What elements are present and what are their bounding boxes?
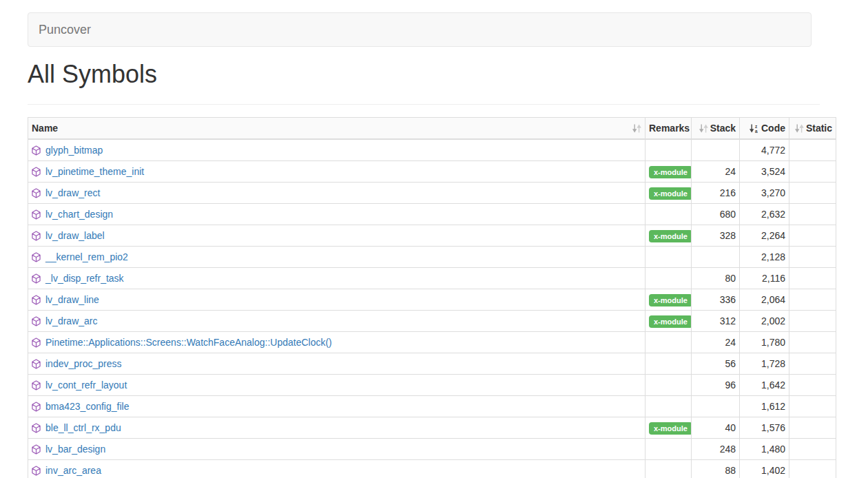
remarks-cell — [645, 247, 692, 268]
column-header-remarks-label: Remarks — [649, 123, 690, 134]
table-row: lv_draw_rect x-module 216 3,270 — [28, 183, 836, 204]
stack-cell: 40 — [692, 417, 740, 439]
name-cell: lv_cont_refr_layout — [28, 375, 645, 396]
navbar-brand[interactable]: Puncover — [28, 12, 101, 47]
symbol-link[interactable]: __kernel_rem_pio2 — [45, 251, 128, 262]
symbol-link[interactable]: lv_cont_refr_layout — [45, 380, 127, 391]
column-header-static[interactable]: Static — [789, 118, 836, 140]
code-cell: 3,270 — [740, 183, 789, 204]
symbol-link[interactable]: Pinetime::Applications::Screens::WatchFa… — [45, 337, 332, 348]
name-cell: glyph_bitmap — [28, 139, 645, 161]
cube-icon — [32, 337, 45, 348]
table-row: indev_proc_press 56 1,728 — [28, 353, 836, 375]
static-cell — [789, 460, 836, 478]
stack-cell: 56 — [692, 353, 740, 375]
table-row: lv_draw_line x-module 336 2,064 — [28, 289, 836, 311]
symbol-link[interactable]: lv_draw_label — [45, 230, 105, 241]
code-cell: 1,780 — [740, 332, 789, 353]
name-cell: lv_draw_arc — [28, 311, 645, 332]
static-cell — [789, 183, 836, 204]
name-cell: lv_chart_design — [28, 204, 645, 225]
remarks-cell: x-module — [645, 161, 692, 183]
x-module-badge: x-module — [649, 166, 692, 178]
cube-icon — [32, 251, 45, 262]
name-cell: Pinetime::Applications::Screens::WatchFa… — [28, 332, 645, 353]
column-header-remarks[interactable]: Remarks — [645, 118, 692, 140]
symbol-link[interactable]: bma423_config_file — [45, 401, 129, 412]
sort-unsorted-icon — [699, 124, 708, 133]
table-header: Name Remarks Stack — [28, 118, 836, 140]
symbol-link[interactable]: indev_proc_press — [45, 358, 122, 369]
sort-unsorted-icon — [795, 124, 804, 133]
code-cell: 2,632 — [740, 204, 789, 225]
remarks-cell — [645, 439, 692, 460]
table-row: glyph_bitmap 4,772 — [28, 139, 836, 161]
symbols-table: Name Remarks Stack — [28, 117, 836, 478]
code-cell: 2,128 — [740, 247, 789, 268]
cube-icon — [32, 294, 45, 305]
stack-cell: 248 — [692, 439, 740, 460]
svg-text:a: a — [755, 129, 758, 134]
static-cell — [789, 353, 836, 375]
cube-icon — [32, 465, 45, 476]
code-cell: 1,728 — [740, 353, 789, 375]
remarks-cell — [645, 268, 692, 289]
code-cell: 2,264 — [740, 225, 789, 247]
cube-icon — [32, 358, 45, 369]
static-cell — [789, 289, 836, 311]
cube-icon — [32, 422, 45, 433]
stack-cell: 216 — [692, 183, 740, 204]
name-cell: inv_arc_area — [28, 460, 645, 478]
page-container: Puncover All Symbols Name R — [0, 12, 868, 478]
cube-icon — [32, 166, 45, 177]
cube-icon — [32, 315, 45, 326]
name-cell: _lv_disp_refr_task — [28, 268, 645, 289]
cube-icon — [32, 145, 45, 156]
symbol-link[interactable]: lv_draw_rect — [45, 187, 100, 198]
code-cell: 2,002 — [740, 311, 789, 332]
table-row: lv_pinetime_theme_init x-module 24 3,524 — [28, 161, 836, 183]
static-cell — [789, 311, 836, 332]
symbol-link[interactable]: glyph_bitmap — [45, 145, 103, 156]
remarks-cell — [645, 375, 692, 396]
code-cell: 1,612 — [740, 396, 789, 417]
table-row: lv_cont_refr_layout 96 1,642 — [28, 375, 836, 396]
table-row: lv_draw_label x-module 328 2,264 — [28, 225, 836, 247]
static-cell — [789, 396, 836, 417]
symbol-link[interactable]: lv_bar_design — [45, 444, 105, 455]
code-cell: 3,524 — [740, 161, 789, 183]
name-cell: lv_bar_design — [28, 439, 645, 460]
symbol-link[interactable]: _lv_disp_refr_task — [45, 273, 124, 284]
column-header-stack[interactable]: Stack — [692, 118, 740, 140]
symbol-link[interactable]: lv_chart_design — [45, 209, 113, 220]
table-row: lv_chart_design 680 2,632 — [28, 204, 836, 225]
column-header-name[interactable]: Name — [28, 118, 645, 140]
stack-cell: 24 — [692, 332, 740, 353]
symbol-link[interactable]: ble_ll_ctrl_rx_pdu — [45, 422, 121, 433]
x-module-badge: x-module — [649, 422, 692, 435]
column-header-stack-label: Stack — [710, 123, 736, 134]
static-cell — [789, 268, 836, 289]
symbol-link[interactable]: inv_arc_area — [45, 465, 101, 476]
code-cell: 2,116 — [740, 268, 789, 289]
stack-cell: 88 — [692, 460, 740, 478]
table-row: __kernel_rem_pio2 2,128 — [28, 247, 836, 268]
page-title: All Symbols — [28, 61, 820, 105]
name-cell: lv_draw_rect — [28, 183, 645, 204]
column-header-code-label: Code — [761, 123, 785, 134]
cube-icon — [32, 273, 45, 284]
symbol-link[interactable]: lv_draw_arc — [45, 315, 97, 326]
column-header-code[interactable]: z a Code — [740, 118, 789, 140]
table-row: bma423_config_file 1,612 — [28, 396, 836, 417]
x-module-badge: x-module — [649, 230, 692, 242]
symbol-link[interactable]: lv_draw_line — [45, 294, 99, 305]
table-row: lv_draw_arc x-module 312 2,002 — [28, 311, 836, 332]
name-cell: indev_proc_press — [28, 353, 645, 375]
column-header-static-label: Static — [806, 123, 832, 134]
stack-cell: 80 — [692, 268, 740, 289]
static-cell — [789, 247, 836, 268]
navbar: Puncover — [28, 12, 812, 47]
remarks-cell — [645, 396, 692, 417]
code-cell: 4,772 — [740, 139, 789, 161]
symbol-link[interactable]: lv_pinetime_theme_init — [45, 166, 144, 177]
